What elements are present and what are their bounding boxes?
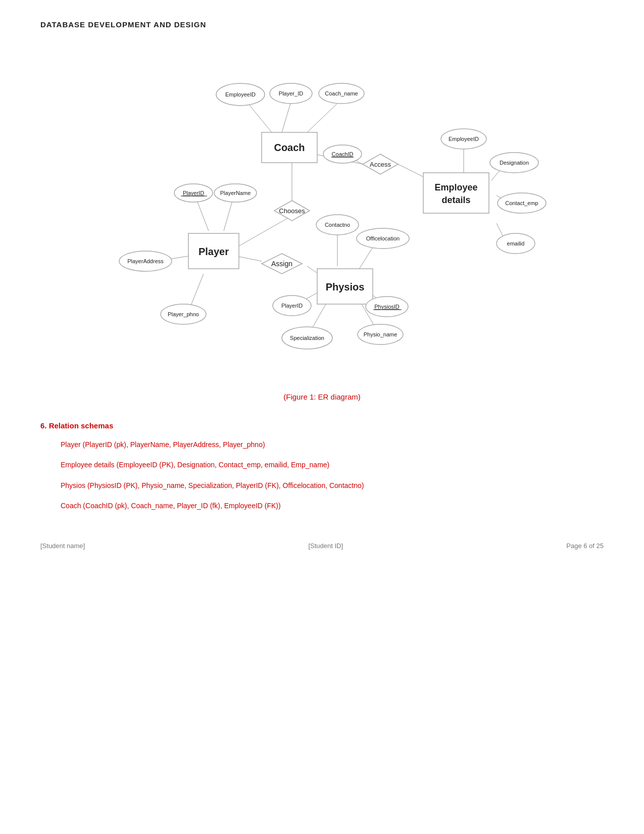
diagram-container: Coach Player Physios Employee details Ac… bbox=[95, 44, 550, 387]
svg-text:Chooses: Chooses bbox=[279, 207, 305, 215]
svg-text:Access: Access bbox=[370, 161, 391, 168]
svg-text:Physios: Physios bbox=[325, 281, 364, 292]
svg-text:PlayerID: PlayerID bbox=[281, 303, 302, 309]
svg-text:PlayerName: PlayerName bbox=[220, 190, 251, 196]
relation-player: Player (PlayerID (pk), PlayerName, Playe… bbox=[61, 439, 604, 450]
svg-text:Designation: Designation bbox=[499, 160, 528, 166]
svg-text:Employee: Employee bbox=[434, 182, 477, 192]
svg-text:PlayerAddress: PlayerAddress bbox=[127, 258, 164, 264]
svg-text:Player_ID: Player_ID bbox=[278, 90, 303, 96]
svg-text:Contactno: Contactno bbox=[324, 222, 350, 228]
relation-employee: Employee details (EmployeeID (PK), Desig… bbox=[61, 459, 604, 470]
relation-physios: Physios (PhysiosID (PK), Physio_name, Sp… bbox=[61, 480, 604, 491]
svg-text:PlayerID: PlayerID bbox=[182, 190, 204, 196]
footer-student-name: [Student name] bbox=[40, 542, 85, 550]
svg-rect-30 bbox=[423, 173, 489, 213]
svg-text:Coach_name: Coach_name bbox=[325, 90, 358, 96]
page-title: DATABASE DEVELOPMENT AND DESIGN bbox=[40, 20, 604, 29]
svg-line-12 bbox=[239, 216, 292, 246]
footer-student-id: [Student ID] bbox=[308, 542, 343, 550]
svg-text:Officelocation: Officelocation bbox=[366, 235, 399, 241]
svg-text:Player: Player bbox=[198, 246, 228, 257]
svg-text:Specialization: Specialization bbox=[290, 335, 324, 341]
svg-text:EmployeeID: EmployeeID bbox=[449, 136, 479, 142]
svg-text:Contact_emp: Contact_emp bbox=[505, 200, 538, 206]
footer-page-number: Page 6 of 25 bbox=[566, 542, 604, 550]
footer: [Student name] [Student ID] Page 6 of 25 bbox=[40, 542, 604, 550]
svg-text:EmployeeID: EmployeeID bbox=[225, 91, 256, 97]
figure-caption: (Figure 1: ER diagram) bbox=[40, 393, 604, 401]
svg-text:Physio_name: Physio_name bbox=[363, 331, 397, 337]
svg-line-11 bbox=[236, 256, 262, 261]
section-heading: 6. Relation schemas bbox=[40, 421, 604, 430]
svg-text:details: details bbox=[441, 195, 470, 205]
svg-text:Player_phno: Player_phno bbox=[168, 311, 199, 317]
svg-text:Coach: Coach bbox=[274, 142, 305, 153]
svg-text:CoachID: CoachID bbox=[331, 151, 353, 157]
svg-text:Assign: Assign bbox=[271, 260, 292, 268]
svg-text:PhysiosID: PhysiosID bbox=[374, 304, 400, 310]
svg-text:emailid: emailid bbox=[507, 240, 524, 247]
relation-coach: Coach (CoachID (pk), Coach_name, Player_… bbox=[61, 500, 604, 511]
